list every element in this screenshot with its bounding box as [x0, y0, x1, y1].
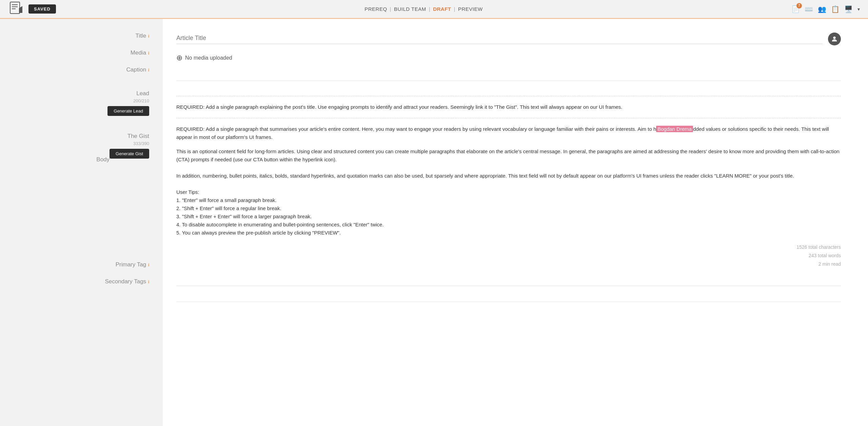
media-row: ⊕ No media uploaded — [176, 54, 841, 62]
svg-point-5 — [833, 37, 835, 39]
title-info-icon[interactable]: i — [148, 34, 149, 39]
title-row — [176, 33, 841, 45]
monitor-button[interactable]: 🖥️ — [844, 5, 853, 13]
min-read: 2 min read — [176, 260, 841, 268]
lead-char-count: 200/210 — [133, 98, 149, 103]
total-words: 243 total words — [176, 251, 841, 260]
svg-rect-0 — [10, 2, 20, 14]
sidebar-secondary-tags-section: Secondary Tags i — [20, 278, 149, 285]
primary-tag-input[interactable] — [176, 276, 841, 286]
media-info-icon[interactable]: i — [148, 50, 149, 56]
content-stats: 1526 total characters 243 total words 2 … — [176, 243, 841, 269]
avatar — [828, 33, 841, 45]
divider-top — [176, 96, 841, 96]
gist-text-before: REQUIRED: Add a single paragraph that su… — [176, 126, 656, 132]
primary-tag-label: Primary Tag i — [20, 261, 149, 268]
sidebar-primary-tag-section: Primary Tag i — [20, 261, 149, 268]
gist-text-block[interactable]: REQUIRED: Add a single paragraph that su… — [176, 125, 841, 141]
primary-tag-info-icon[interactable]: i — [148, 262, 149, 267]
media-label: Media i — [20, 49, 149, 56]
body-label: Body — [20, 156, 110, 163]
secondary-tags-info-icon[interactable]: i — [148, 279, 149, 284]
divider-mid — [176, 118, 841, 118]
keyboard-button[interactable]: ⌨️ — [805, 5, 813, 13]
lead-text-block[interactable]: REQUIRED: Add a single paragraph explain… — [176, 103, 841, 111]
notification-button[interactable]: 📄 7 — [791, 5, 800, 13]
title-input[interactable] — [176, 33, 823, 44]
sidebar-media-section: Media i — [20, 49, 149, 56]
sidebar: Title i Media i Caption i Lead 200/210 G… — [0, 19, 163, 426]
caption-input[interactable] — [176, 70, 841, 81]
media-text: No media uploaded — [185, 55, 232, 61]
gist-char-count: 333/390 — [20, 141, 149, 146]
title-label: Title i — [20, 33, 149, 39]
sep3: | — [454, 6, 455, 12]
lead-label: Lead — [136, 90, 149, 97]
sidebar-caption-section: Caption i — [20, 66, 149, 73]
people-icon: 👥 — [818, 5, 826, 13]
dropdown-button[interactable]: ▾ — [857, 6, 860, 12]
sidebar-lead-section: Lead 200/210 Generate Lead — [20, 90, 149, 116]
lead-text: REQUIRED: Add a single paragraph explain… — [176, 104, 623, 110]
logo[interactable] — [8, 2, 24, 16]
build-team-link[interactable]: BUILD TEAM — [394, 6, 426, 12]
clipboard-icon: 📋 — [831, 5, 840, 13]
top-nav: SAVED PREREQ | BUILD TEAM | DRAFT | PREV… — [0, 0, 868, 19]
logo-icon — [9, 1, 23, 17]
nav-left: SAVED — [8, 2, 56, 16]
add-media-icon[interactable]: ⊕ — [176, 54, 182, 62]
draft-link[interactable]: DRAFT — [433, 6, 451, 12]
preview-link[interactable]: PREVIEW — [458, 6, 483, 12]
gist-label: The Gist — [20, 133, 149, 140]
people-button[interactable]: 👥 — [818, 5, 826, 13]
nav-right: 📄 7 ⌨️ 👥 📋 🖥️ ▾ — [791, 5, 860, 13]
generate-lead-button[interactable]: Generate Lead — [107, 106, 149, 116]
gist-highlight: Bogdan Drema — [656, 126, 693, 132]
lead-label-row: Lead 200/210 Generate Lead — [20, 90, 149, 116]
caption-label: Caption i — [20, 66, 149, 73]
keyboard-icon: ⌨️ — [805, 5, 813, 13]
body-text-block[interactable]: This is an optional content field for lo… — [176, 147, 841, 237]
notification-badge: 7 — [796, 3, 802, 8]
sep2: | — [429, 6, 430, 12]
sep1: | — [390, 6, 391, 12]
chevron-down-icon: ▾ — [857, 6, 860, 12]
prereq-link[interactable]: PREREQ — [364, 6, 387, 12]
clipboard-button[interactable]: 📋 — [831, 5, 840, 13]
total-characters: 1526 total characters — [176, 243, 841, 251]
generate-gist-button[interactable]: Generate Gist — [110, 149, 149, 159]
main-layout: Title i Media i Caption i Lead 200/210 G… — [0, 19, 868, 426]
sidebar-title-section: Title i — [20, 33, 149, 39]
sidebar-gist-section: The Gist 333/390 Generate Gist — [20, 133, 149, 146]
secondary-tags-label: Secondary Tags i — [20, 278, 149, 285]
saved-button[interactable]: SAVED — [28, 4, 56, 14]
nav-center: PREREQ | BUILD TEAM | DRAFT | PREVIEW — [364, 6, 482, 12]
content-area: ⊕ No media uploaded REQUIRED: Add a sing… — [163, 19, 868, 426]
monitor-icon: 🖥️ — [844, 5, 853, 13]
secondary-tags-input[interactable] — [176, 291, 841, 302]
caption-info-icon[interactable]: i — [148, 67, 149, 73]
